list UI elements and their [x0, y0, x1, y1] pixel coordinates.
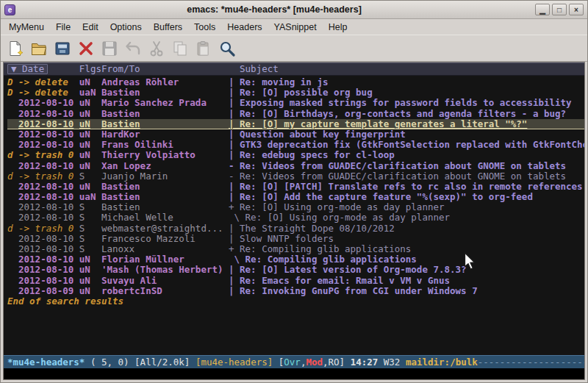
- echo-area[interactable]: [4, 368, 584, 379]
- row-date: 2012-08-09: [18, 286, 79, 296]
- menu-item-headers[interactable]: Headers: [221, 21, 268, 34]
- menu-item-edit[interactable]: Edit: [76, 21, 104, 34]
- message-row[interactable]: 2012-08-10uNXan Lopez- Re: Videos from G…: [7, 161, 584, 171]
- row-flags: uN: [79, 265, 101, 275]
- message-row[interactable]: D-> deleteuNAndreas Röhler| Re: moving i…: [7, 77, 584, 87]
- column-header-subject[interactable]: Subject: [240, 63, 279, 75]
- toolbar-button-close-buffer[interactable]: [74, 37, 98, 60]
- modeline-modified-flag: Mod: [306, 357, 323, 368]
- search-icon: [218, 40, 236, 57]
- row-flags: uN: [79, 161, 101, 171]
- toolbar-button-save[interactable]: [98, 37, 121, 60]
- row-from: Andreas Röhler: [101, 77, 229, 87]
- message-row[interactable]: 2012-08-10uNMario Sanchez Prada| Exposin…: [7, 98, 584, 108]
- row-mark: [7, 286, 18, 296]
- row-mark: [7, 98, 18, 108]
- mode-line[interactable]: *mu4e-headers* ( 5, 0) [All/2.0k] [mu4e-…: [4, 355, 584, 368]
- row-subject: | Re: [O] possible org bug: [229, 87, 584, 98]
- row-date: 2012-08-10: [18, 212, 79, 223]
- message-row[interactable]: 2012-08-10uNSuvayu Ali| Re: Emacs for em…: [7, 276, 584, 286]
- headers-column-header: ▼ Date Flgs From/To Subject: [4, 62, 584, 76]
- menu-item-options[interactable]: Options: [104, 21, 148, 34]
- row-mark: [7, 192, 18, 202]
- row-flags: S: [79, 223, 101, 234]
- menu-item-mymenu[interactable]: MyMenu: [3, 21, 50, 34]
- toolbar-button-search[interactable]: [215, 37, 239, 60]
- modeline-filler: ----------------------------------------…: [478, 357, 584, 368]
- row-subject: | Re: edebug specs for cl-loop: [229, 150, 584, 160]
- row-flags: S: [79, 202, 101, 212]
- message-row[interactable]: D-> deleteuaNBastien| Re: [O] possible o…: [7, 87, 584, 98]
- menu-item-yasnippet[interactable]: YASnippet: [268, 21, 323, 34]
- row-date: 2012-08-10: [18, 98, 79, 108]
- modeline-readonly-flag: RO: [329, 357, 340, 368]
- copy-icon: [171, 40, 189, 57]
- message-row[interactable]: 2012-08-09uNrobertcInSD| Re: Invoking Gn…: [7, 286, 584, 296]
- row-from: Bastien: [101, 192, 229, 202]
- message-row[interactable]: 2012-08-10SFrancesco Mazzoli| Slow NNTP …: [7, 234, 584, 244]
- modeline-range: [All/2.0k]: [135, 357, 196, 368]
- menu-item-help[interactable]: Help: [323, 21, 354, 34]
- modeline-major-mode[interactable]: [mu4e-headers]: [196, 357, 279, 368]
- toolbar-button-dired[interactable]: [51, 37, 74, 60]
- menu-item-buffers[interactable]: Buffers: [148, 21, 188, 34]
- menu-item-file[interactable]: File: [50, 21, 76, 34]
- row-mark: d: [7, 150, 18, 160]
- maximize-button[interactable]: □: [552, 4, 567, 15]
- cut-icon: [148, 40, 165, 57]
- message-row[interactable]: d-> trash 0SJuanjo Marin- Re: Videos fro…: [7, 171, 584, 182]
- message-row[interactable]: 2012-08-10SLanoxx+ Re: Compiling glib ap…: [7, 244, 584, 254]
- row-flags: S: [79, 171, 101, 182]
- toolbar-button-cut[interactable]: [145, 37, 168, 60]
- toolbar-button-paste[interactable]: [192, 37, 215, 60]
- open-file-icon: [30, 40, 48, 57]
- row-subject: | Re: [O] [PATCH] Translate refs to rc a…: [229, 182, 584, 192]
- row-from: Bastien: [101, 182, 229, 192]
- title-bar[interactable]: e emacs: *mu4e-headers* [mu4e-headers] ▁…: [1, 1, 587, 19]
- row-from: webmaster@straightd...: [101, 223, 229, 234]
- row-mark: D: [7, 87, 18, 98]
- row-flags: uN: [79, 276, 101, 286]
- message-row[interactable]: d-> trash 0Swebmaster@straightd...| The …: [7, 223, 584, 234]
- row-mark: [7, 202, 18, 212]
- row-mark: d: [7, 171, 18, 182]
- row-date: 2012-08-10: [18, 182, 79, 192]
- message-row[interactable]: 2012-08-10uNFlorian Müllner \ Re: Compil…: [7, 254, 584, 265]
- row-from: Michael Welle: [101, 212, 229, 223]
- message-row[interactable]: 2012-08-10uNBastien| Re: [O] [PATCH] Tra…: [7, 182, 584, 192]
- column-header-from[interactable]: From/To: [101, 63, 140, 75]
- message-row[interactable]: 2012-08-10uN'Mash (Thomas Herbert)| Re: …: [7, 265, 584, 275]
- row-from: Bastien: [101, 109, 229, 119]
- modeline-separator: ,: [323, 357, 329, 368]
- buffer-area: ▼ Date Flgs From/To Subject D-> deleteuN…: [4, 62, 584, 355]
- message-row[interactable]: d-> trash 0uNThierry Volpiatto| Re: edeb…: [7, 150, 584, 160]
- toolbar-button-copy[interactable]: [168, 37, 192, 60]
- message-row[interactable]: 2012-08-10SMichael Welle \ Re: [O] Using…: [7, 212, 584, 223]
- column-header-date[interactable]: ▼ Date: [7, 64, 48, 74]
- row-date: 2012-08-10: [18, 140, 79, 150]
- message-row[interactable]: 2012-08-10uaNBastien| Re: [O] Add the ca…: [7, 192, 584, 202]
- toolbar-button-new-file[interactable]: [4, 37, 27, 60]
- row-from: robertcInSD: [101, 286, 229, 296]
- window-title: emacs: *mu4e-headers* [mu4e-headers]: [15, 4, 533, 15]
- column-header-flags[interactable]: Flgs: [79, 63, 101, 75]
- minimize-button[interactable]: ▁: [535, 4, 550, 15]
- row-date: 2012-08-10: [18, 276, 79, 286]
- row-date: -> trash 0: [18, 150, 79, 160]
- message-row[interactable]: 2012-08-10uNBastien| Re: [O] my capture …: [7, 119, 584, 129]
- message-row[interactable]: 2012-08-10SBastien+ Re: [O] Using org-mo…: [7, 202, 584, 212]
- message-row[interactable]: 2012-08-10uNHardKor| Question about key …: [7, 129, 584, 140]
- toolbar-button-open-file[interactable]: [27, 37, 51, 60]
- new-file-icon: [7, 40, 24, 57]
- row-subject: | Exposing masked strings for password f…: [229, 98, 584, 108]
- row-flags: uaN: [79, 192, 101, 202]
- message-row[interactable]: 2012-08-10uNBastien| Re: [O] Birthdays, …: [7, 109, 584, 119]
- row-flags: S: [79, 244, 101, 254]
- modeline-window-id: W32: [378, 357, 406, 368]
- close-button[interactable]: ×: [569, 4, 584, 15]
- modeline-buffer-name[interactable]: *mu4e-headers*: [7, 357, 85, 368]
- menu-item-tools[interactable]: Tools: [188, 21, 221, 34]
- save-icon: [101, 40, 118, 57]
- toolbar-button-undo[interactable]: [121, 37, 145, 60]
- message-row[interactable]: 2012-08-10uNFrans Oilinki| GTK3 deprecat…: [7, 140, 584, 150]
